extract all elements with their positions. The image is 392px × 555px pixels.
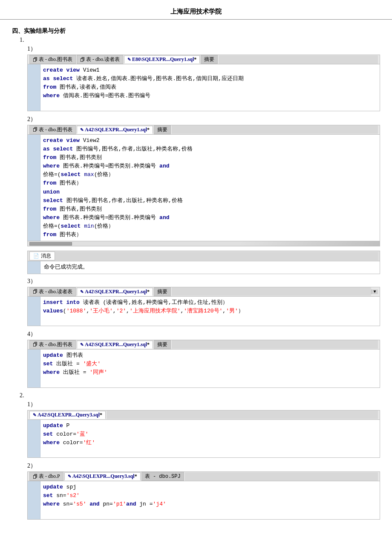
part1: 1. 1） 🗍 表 - dbo.图书表 🗍 表 - dbo.读者表 ✎ bbox=[20, 37, 380, 388]
sql-line: set sn='s2' bbox=[43, 491, 376, 500]
sql-line: where color='红' bbox=[43, 439, 376, 447]
part2-label: 2. bbox=[20, 392, 380, 399]
sub3-label: 3） bbox=[27, 278, 380, 285]
sql-body-6: update spj set sn='s2' where sn='s5' and… bbox=[28, 481, 380, 519]
table-icon4: 🗍 bbox=[33, 289, 37, 294]
sub4-label: 4） bbox=[27, 330, 380, 338]
tab-spj[interactable]: 表 - dbo.SPJ bbox=[141, 472, 184, 481]
sql-line: where 图书表.种类编号=图书类别.种类编号 and bbox=[43, 162, 376, 171]
sql-line-blank bbox=[43, 377, 376, 385]
part2-sub1-label: 1） bbox=[27, 401, 380, 408]
pencil-icon2: ✎ bbox=[80, 127, 84, 132]
table-icon: 🗍 bbox=[33, 57, 37, 62]
msg-content: 命令已成功完成。 bbox=[28, 261, 380, 273]
tab-summary1[interactable]: 摘要 bbox=[201, 55, 218, 64]
tab-summary4[interactable]: 摘要 bbox=[154, 340, 171, 349]
sql-line: 价格=(select max(价格） bbox=[43, 171, 376, 179]
tab-strip-rest2 bbox=[172, 125, 378, 134]
tab-summary3[interactable]: 摘要 bbox=[154, 287, 171, 296]
tab-readers2[interactable]: 🗍 表 - dbo.读者表 bbox=[29, 287, 76, 296]
tab-query3b-active[interactable]: ✎ A42\SQLEXPR...Query3.sql* bbox=[64, 472, 141, 480]
sql-block-6: 🗍 表 - dbo.P ✎ A42\SQLEXPR...Query3.sql* … bbox=[27, 471, 380, 520]
tab-query1d-active[interactable]: ✎ A42\SQLEXPR...Query1.sql* bbox=[77, 341, 153, 349]
sql-line: where 图书表.种类编号=图书类别.种类编号 and bbox=[43, 214, 376, 222]
part2: 2. 1） ✎ A42\SQLEXPR...Query3.sql* update… bbox=[20, 392, 380, 520]
msg-tab-row: 📄 消息 bbox=[28, 251, 380, 261]
sql-line: from 图书表） bbox=[43, 231, 376, 239]
sub4: 4） 🗍 表 - dbo.图书表 ✎ A42\SQLEXPR...Query1.… bbox=[27, 330, 380, 388]
sql-line: where 出版社 = '同声' bbox=[43, 368, 376, 377]
tab-strip-rest6 bbox=[185, 472, 378, 481]
tab-strip-rest3 bbox=[172, 287, 371, 296]
sql-line-blank bbox=[43, 509, 376, 517]
tab-p-table[interactable]: 🗍 表 - dbo.P bbox=[29, 472, 63, 481]
tab-query1c-active[interactable]: ✎ A42\SQLEXPR...Query1.sql* bbox=[77, 288, 153, 296]
table-icon6: 🗍 bbox=[33, 474, 37, 479]
sql-body-5: update P set color='蓝' where color='红' bbox=[28, 420, 380, 458]
sql-line: where 借阅表.图书编号=图书表.图书编号 bbox=[43, 92, 376, 100]
sql-tabs-3: 🗍 表 - dbo.读者表 ✎ A42\SQLEXPR...Query1.sql… bbox=[28, 287, 380, 297]
sql-line-blank bbox=[43, 101, 376, 109]
sql-left-bar-2 bbox=[28, 135, 40, 241]
part2-sub2: 2） 🗍 表 - dbo.P ✎ A42\SQLEXPR...Query3.sq… bbox=[27, 462, 380, 520]
tab-query3a-active[interactable]: ✎ A42\SQLEXPR...Query3.sql* bbox=[29, 411, 106, 419]
page-header: 上海应用技术学院 bbox=[0, 0, 392, 20]
sql-line: 价格=(select min(价格） bbox=[43, 222, 376, 231]
sql-line-blank bbox=[43, 447, 376, 456]
sql-tabs-5: ✎ A42\SQLEXPR...Query3.sql* bbox=[28, 410, 380, 420]
msg-icon: 📄 bbox=[33, 253, 39, 259]
sql-block-2: 🗍 表 - dbo.图书表 ✎ A42\SQLEXPR...Query1.sql… bbox=[27, 125, 380, 247]
sql-line: update P bbox=[43, 422, 376, 430]
sql-block-4: 🗍 表 - dbo.图书表 ✎ A42\SQLEXPR...Query1.sql… bbox=[27, 340, 380, 388]
tab-strip-rest4 bbox=[172, 340, 378, 349]
tab-books-table2[interactable]: 🗍 表 - dbo.图书表 bbox=[29, 125, 76, 134]
sql-line: update spj bbox=[43, 483, 376, 491]
sql-left-bar-4 bbox=[28, 350, 40, 387]
tab-query1b-active[interactable]: ✎ A42\SQLEXPR...Query1.sql* bbox=[77, 126, 153, 134]
sql-body-3: insert into 读者表 (读者编号,姓名,种类编号,工作单位,住址,性别… bbox=[28, 297, 380, 326]
tab-summary2[interactable]: 摘要 bbox=[154, 125, 171, 134]
tab-strip-rest5 bbox=[107, 410, 378, 419]
table-icon2: 🗍 bbox=[80, 57, 85, 62]
sql-body-1: create view View1 as select 读者表.姓名,借阅表.图… bbox=[28, 64, 380, 111]
sql-line-blank bbox=[43, 315, 376, 324]
sql-body-4: update 图书表 set 出版社 = '盛大' where 出版社 = '同… bbox=[28, 350, 380, 387]
table-icon3: 🗍 bbox=[33, 127, 37, 132]
sql-line: create view View2 bbox=[43, 136, 376, 145]
msg-tab[interactable]: 📄 消息 bbox=[29, 251, 55, 260]
tab-query1-active[interactable]: ✎ E80\SQLEXPR...Query1.sql* bbox=[124, 55, 200, 64]
part2-sub1: 1） ✎ A42\SQLEXPR...Query3.sql* update P … bbox=[27, 401, 380, 458]
sub1: 1） 🗍 表 - dbo.图书表 🗍 表 - dbo.读者表 ✎ E80\SQL… bbox=[27, 45, 380, 111]
pencil-icon: ✎ bbox=[127, 57, 131, 62]
section-title: 四、实验结果与分析 bbox=[12, 27, 380, 35]
sub2-label: 2） bbox=[27, 116, 380, 123]
tab-books-table3[interactable]: 🗍 表 - dbo.图书表 bbox=[29, 340, 76, 349]
msg-text: 命令已成功完成。 bbox=[44, 263, 376, 272]
sql-left-bar-1 bbox=[28, 64, 40, 111]
tab-readers-table[interactable]: 🗍 表 - dbo.读者表 bbox=[77, 55, 123, 64]
tab-books-table[interactable]: 🗍 表 - dbo.图书表 bbox=[29, 55, 76, 64]
tab-strip-rest1 bbox=[219, 55, 378, 64]
sql-line: select 图书编号,图书名,作者,出版社,种类名称,价格 bbox=[43, 197, 376, 205]
sql-line: from 图书表,读者表,借阅表 bbox=[43, 83, 376, 92]
pencil-icon5: ✎ bbox=[33, 413, 36, 417]
page-content: 四、实验结果与分析 1. 1） 🗍 表 - dbo.图书表 🗍 表 - dbo.… bbox=[0, 20, 392, 532]
sql-block-1: 🗍 表 - dbo.图书表 🗍 表 - dbo.读者表 ✎ E80\SQLEXP… bbox=[27, 55, 380, 111]
sql-tabs-4: 🗍 表 - dbo.图书表 ✎ A42\SQLEXPR...Query1.sql… bbox=[28, 340, 380, 350]
sub1-label: 1） bbox=[27, 45, 380, 53]
sql-line: from 图书表,图书类别 bbox=[43, 205, 376, 214]
horizontal-scrollbar[interactable] bbox=[28, 241, 380, 246]
sql-line: set color='蓝' bbox=[43, 430, 376, 439]
sql-line: from 图书表,图书类别 bbox=[43, 153, 376, 162]
pencil-icon3: ✎ bbox=[80, 289, 84, 294]
sub2: 2） 🗍 表 - dbo.图书表 ✎ A42\SQLEXPR...Query1.… bbox=[27, 116, 380, 274]
sql-left-bar-6 bbox=[28, 481, 40, 519]
scroll-thumb[interactable] bbox=[29, 242, 72, 246]
sql-tabs-6: 🗍 表 - dbo.P ✎ A42\SQLEXPR...Query3.sql* … bbox=[28, 472, 380, 481]
sql-line: set 出版社 = '盛大' bbox=[43, 360, 376, 368]
sql-line: create view View1 bbox=[43, 66, 376, 75]
sql-tabs-1: 🗍 表 - dbo.图书表 🗍 表 - dbo.读者表 ✎ E80\SQLEXP… bbox=[28, 55, 380, 64]
msg-tab-rest bbox=[55, 252, 378, 260]
tab-dropdown-arrow[interactable]: ▼ bbox=[371, 289, 378, 294]
sql-line: as select 图书编号,图书名,作者,出版社,种类名称,价格 bbox=[43, 145, 376, 153]
